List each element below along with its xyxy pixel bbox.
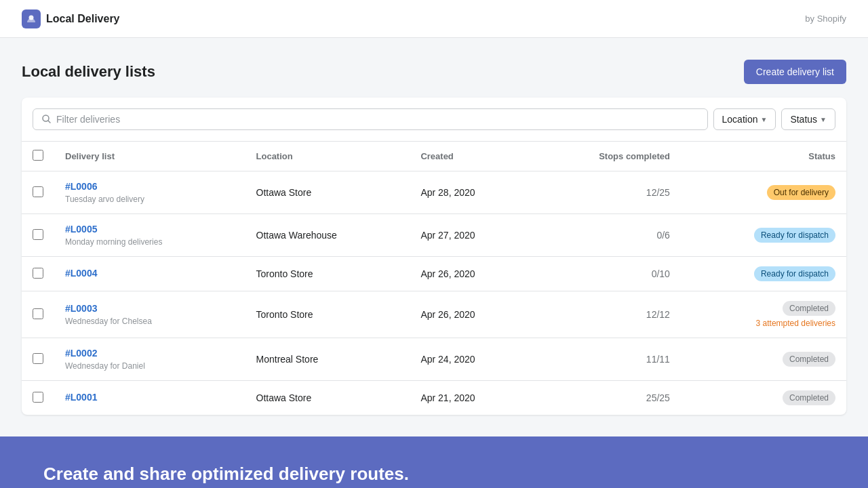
row-location: Toronto Store — [245, 257, 410, 291]
deliveries-table: Delivery list Location Created Stops com… — [22, 142, 846, 415]
row-status: Ready for dispatch — [681, 257, 846, 291]
search-wrapper — [33, 108, 708, 130]
col-header-status: Status — [681, 142, 846, 171]
status-badge: Out for delivery — [767, 185, 835, 200]
table-body: #L0006 Tuesday arvo delivery Ottawa Stor… — [22, 171, 846, 415]
row-location: Ottawa Warehouse — [245, 214, 410, 257]
col-header-location: Location — [245, 142, 410, 171]
status-badge: Completed — [783, 301, 835, 316]
delivery-link-#L0001[interactable]: #L0001 — [65, 392, 235, 403]
attempted-deliveries: 3 attempted deliveries — [692, 319, 835, 328]
delivery-sub: Monday morning deliveries — [65, 237, 162, 247]
delivery-link-#L0002[interactable]: #L0002 — [65, 348, 235, 359]
page-title: Local delivery lists — [22, 63, 155, 81]
row-stops: 25/25 — [532, 381, 680, 415]
row-location: Toronto Store — [245, 291, 410, 338]
delivery-sub: Wednesday for Daniel — [65, 361, 145, 371]
select-all-header — [22, 142, 54, 171]
app-title: Local Delivery — [46, 13, 120, 25]
row-status: Completed — [681, 381, 846, 415]
status-badge: Completed — [783, 352, 835, 367]
table-row: #L0002 Wednesday for Daniel Montreal Sto… — [22, 338, 846, 381]
row-stops: 11/11 — [532, 338, 680, 381]
row-checkbox-5[interactable] — [33, 392, 43, 403]
row-stops: 12/25 — [532, 171, 680, 214]
delivery-link-#L0004[interactable]: #L0004 — [65, 268, 235, 279]
row-created: Apr 27, 2020 — [410, 214, 532, 257]
status-filter-button[interactable]: Status ▼ — [781, 108, 835, 130]
delivery-sub: Wednesday for Chelsea — [65, 317, 152, 326]
app-header: Local Delivery by Shopify — [0, 0, 868, 38]
main-content: Local delivery lists Create delivery lis… — [0, 38, 868, 436]
delivery-link-#L0006[interactable]: #L0006 — [65, 181, 235, 192]
table-header: Delivery list Location Created Stops com… — [22, 142, 846, 171]
delivery-sub: Tuesday arvo delivery — [65, 195, 144, 204]
col-header-delivery-list: Delivery list — [54, 142, 245, 171]
delivery-list-card: Location ▼ Status ▼ Delivery list Locati… — [22, 98, 846, 415]
app-logo — [22, 9, 41, 28]
col-header-created: Created — [410, 142, 532, 171]
row-stops: 0/10 — [532, 257, 680, 291]
row-location: Montreal Store — [245, 338, 410, 381]
row-delivery-list: #L0003 Wednesday for Chelsea — [54, 291, 245, 338]
shopify-attribution: by Shopify — [805, 14, 846, 24]
filters-row: Location ▼ Status ▼ — [22, 98, 846, 142]
row-location: Ottawa Store — [245, 381, 410, 415]
row-created: Apr 28, 2020 — [410, 171, 532, 214]
row-checkbox-cell — [22, 214, 54, 257]
row-stops: 12/12 — [532, 291, 680, 338]
row-stops: 0/6 — [532, 214, 680, 257]
row-delivery-list: #L0001 — [54, 381, 245, 415]
page-header: Local delivery lists Create delivery lis… — [22, 60, 846, 84]
table-row: #L0004 Toronto Store Apr 26, 2020 0/10 R… — [22, 257, 846, 291]
row-status: Ready for dispatch — [681, 214, 846, 257]
search-icon — [41, 114, 52, 125]
row-status: Completed — [681, 338, 846, 381]
search-input[interactable] — [56, 114, 699, 125]
row-created: Apr 21, 2020 — [410, 381, 532, 415]
row-delivery-list: #L0002 Wednesday for Daniel — [54, 338, 245, 381]
table-row: #L0006 Tuesday arvo delivery Ottawa Stor… — [22, 171, 846, 214]
row-checkbox-cell — [22, 291, 54, 338]
row-status: Out for delivery — [681, 171, 846, 214]
table-row: #L0003 Wednesday for Chelsea Toronto Sto… — [22, 291, 846, 338]
row-checkbox-4[interactable] — [33, 353, 43, 364]
delivery-link-#L0003[interactable]: #L0003 — [65, 303, 235, 314]
row-checkbox-cell — [22, 257, 54, 291]
row-delivery-list: #L0004 — [54, 257, 245, 291]
status-badge: Ready for dispatch — [754, 266, 835, 281]
row-checkbox-2[interactable] — [33, 268, 43, 279]
row-checkbox-cell — [22, 381, 54, 415]
footer-text: Create and share optimized delivery rout… — [43, 464, 409, 485]
table-row: #L0001 Ottawa Store Apr 21, 2020 25/25 C… — [22, 381, 846, 415]
location-filter-button[interactable]: Location ▼ — [713, 108, 776, 130]
status-badge: Completed — [783, 390, 835, 405]
app-branding: Local Delivery — [22, 9, 120, 28]
row-checkbox-cell — [22, 338, 54, 381]
row-delivery-list: #L0005 Monday morning deliveries — [54, 214, 245, 257]
row-checkbox-cell — [22, 171, 54, 214]
row-checkbox-0[interactable] — [33, 186, 43, 197]
col-header-stops: Stops completed — [532, 142, 680, 171]
row-status: Completed 3 attempted deliveries — [681, 291, 846, 338]
create-delivery-list-button[interactable]: Create delivery list — [744, 60, 846, 84]
select-all-checkbox[interactable] — [33, 150, 43, 161]
row-checkbox-3[interactable] — [33, 308, 43, 319]
row-created: Apr 24, 2020 — [410, 338, 532, 381]
delivery-link-#L0005[interactable]: #L0005 — [65, 224, 235, 235]
chevron-down-icon: ▼ — [760, 116, 767, 123]
row-delivery-list: #L0006 Tuesday arvo delivery — [54, 171, 245, 214]
table-row: #L0005 Monday morning deliveries Ottawa … — [22, 214, 846, 257]
row-created: Apr 26, 2020 — [410, 291, 532, 338]
row-location: Ottawa Store — [245, 171, 410, 214]
row-created: Apr 26, 2020 — [410, 257, 532, 291]
status-badge: Ready for dispatch — [754, 228, 835, 243]
footer-banner: Create and share optimized delivery rout… — [0, 436, 868, 488]
chevron-down-icon: ▼ — [820, 116, 827, 123]
row-checkbox-1[interactable] — [33, 229, 43, 240]
